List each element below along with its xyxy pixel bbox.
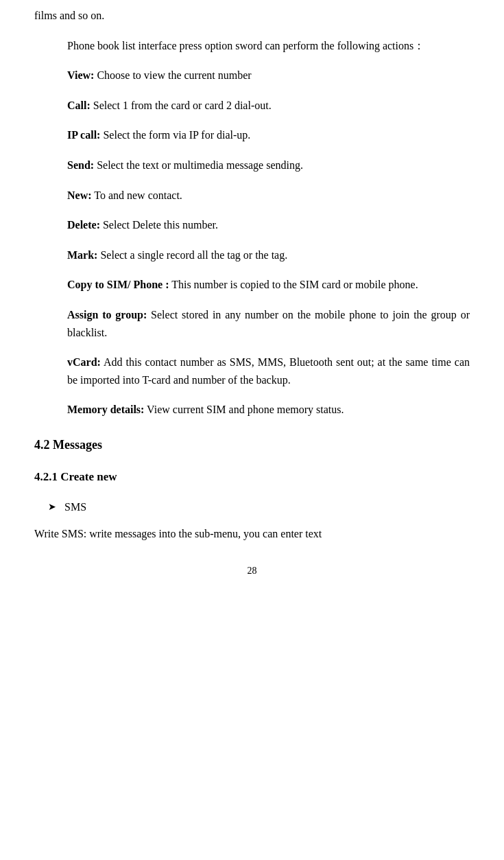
item-memory-details-text: View current SIM and phone memory status… <box>144 404 344 415</box>
item-view-text: Choose to view the current number <box>94 69 251 81</box>
item-copy-sim-text: This number is copied to the SIM card or… <box>169 279 418 290</box>
item-mark-label: Mark: <box>67 249 97 261</box>
item-view: View: Choose to view the current number <box>67 67 470 84</box>
item-mark: Mark: Select a single record all the tag… <box>67 246 470 264</box>
bullet-sms-label: SMS <box>64 498 86 516</box>
section-42-heading: 4.2 Messages <box>34 435 470 455</box>
section-421-heading: 4.2.1 Create new <box>34 467 470 486</box>
page-number: 28 <box>34 563 470 579</box>
item-copy-sim-label: Copy to SIM/ Phone : <box>67 279 169 290</box>
item-mark-text: Select a single record all the tag or th… <box>97 249 287 261</box>
item-memory-details-label: Memory details: <box>67 404 144 415</box>
item-ipcall-text: Select the form via IP for dial-up. <box>100 129 250 141</box>
item-delete-label: Delete: <box>67 219 100 231</box>
last-paragraph: Write SMS: write messages into the sub-m… <box>34 525 470 543</box>
bullet-sms: ➤ SMS <box>48 498 470 516</box>
item-vcard: vCard: Add this contact number as SMS, M… <box>67 353 470 388</box>
bullet-arrow-icon: ➤ <box>48 500 56 515</box>
item-send: Send: Select the text or multimedia mess… <box>67 156 470 174</box>
item-delete-text: Select Delete this number. <box>100 219 218 231</box>
intro-line-1: films and so on. <box>34 7 470 25</box>
item-new-label: New: <box>67 189 92 201</box>
item-new: New: To and new contact. <box>67 187 470 205</box>
item-view-label: View: <box>67 69 94 81</box>
intro-paragraph: Phone book list interface press option s… <box>34 37 470 55</box>
item-delete: Delete: Select Delete this number. <box>67 216 470 234</box>
item-assign-group-label: Assign to group: <box>67 309 147 321</box>
item-call-label: Call: <box>67 100 91 111</box>
item-ipcall: IP call: Select the form via IP for dial… <box>67 126 470 144</box>
item-assign-group: Assign to group: Select stored in any nu… <box>67 306 470 341</box>
item-copy-sim: Copy to SIM/ Phone : This number is copi… <box>67 276 470 294</box>
item-ipcall-label: IP call: <box>67 129 100 141</box>
item-call-text: Select 1 from the card or card 2 dial-ou… <box>91 100 272 111</box>
item-send-text: Select the text or multimedia message se… <box>94 159 303 171</box>
item-call: Call: Select 1 from the card or card 2 d… <box>67 97 470 115</box>
item-memory-details: Memory details: View current SIM and pho… <box>67 401 470 419</box>
item-send-label: Send: <box>67 159 94 171</box>
item-new-text: To and new contact. <box>92 189 182 201</box>
item-vcard-text: Add this contact number as SMS, MMS, Blu… <box>67 356 470 386</box>
item-vcard-label: vCard: <box>67 356 101 368</box>
